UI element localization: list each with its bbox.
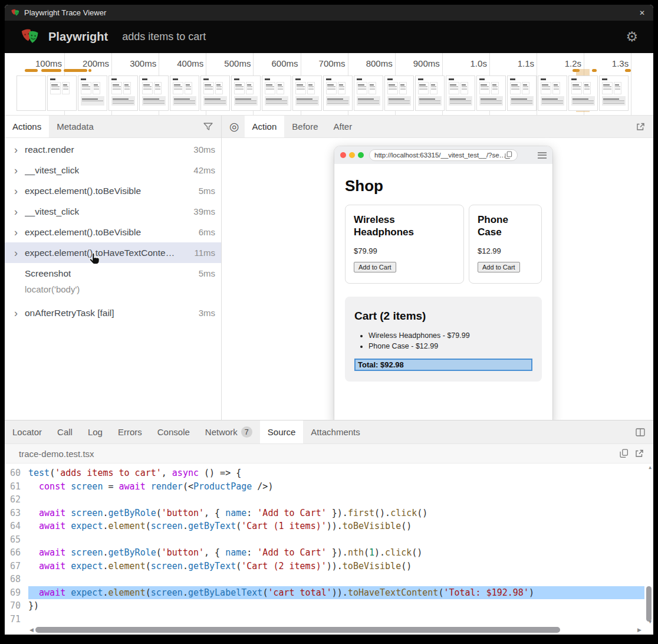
line-number: 60 (5, 466, 28, 480)
filmstrip-thumbnail[interactable] (538, 75, 567, 111)
timeline-duration-tick (592, 69, 597, 72)
code-line-69: 69 await expect.element(screen.getByLabe… (5, 586, 653, 600)
add-to-cart-button[interactable]: Add to Cart (354, 262, 396, 272)
filmstrip-thumbnail[interactable] (507, 75, 537, 111)
code-line-62: 62 (5, 493, 653, 507)
action-title: expect.element().toBeVisible (25, 186, 141, 196)
actions-tabstrip: ActionsMetadata (5, 116, 221, 138)
line-number: 70 (5, 599, 28, 613)
tab-action[interactable]: Action (245, 116, 285, 137)
line-number: 62 (5, 493, 28, 507)
details-panel: LocatorCallLogErrorsConsoleNetwork7Sourc… (5, 420, 653, 635)
titlebar: Playwright Trace Viewer ✕ (5, 5, 653, 21)
action-title: onAfterRetryTask [fail] (25, 308, 114, 318)
action-title: __vitest_click (25, 206, 79, 217)
tab-console[interactable]: Console (150, 420, 198, 443)
filmstrip-thumbnail[interactable] (78, 75, 107, 111)
tab-before[interactable]: Before (284, 116, 325, 137)
action-row-expect-element-tohavetextconte[interactable]: ›expect.element().toHaveTextConte…11ms (5, 242, 221, 263)
timeline-label: 1.0s (443, 58, 487, 68)
cart-total-highlighted: Total: $92.98 (354, 359, 532, 371)
filmstrip-thumbnail[interactable] (17, 75, 46, 111)
open-external-icon[interactable] (634, 449, 644, 458)
code-line-63: 63 await screen.getByRole('button', { na… (5, 507, 653, 520)
filmstrip-thumbnail[interactable] (108, 75, 138, 111)
scroll-left-icon[interactable]: ◀ (29, 627, 34, 633)
tab-action-label: Action (252, 121, 277, 132)
filmstrip-thumbnail[interactable] (262, 75, 291, 111)
product-price: $79.99 (354, 247, 455, 255)
action-row-vitest-click[interactable]: ›__vitest_click42ms (5, 160, 221, 180)
tab-errors[interactable]: Errors (110, 420, 150, 443)
action-row-expect-element-tobevisible[interactable]: ›expect.element().toBeVisible6ms (5, 222, 221, 242)
target-icon[interactable]: ◎ (229, 121, 239, 132)
code-line-70: 70}) (5, 599, 653, 613)
action-title: expect.element().toBeVisible (25, 227, 141, 238)
tab-actions[interactable]: Actions (5, 116, 49, 137)
filmstrip-thumbnail[interactable] (200, 75, 230, 111)
filmstrip-thumbnail[interactable] (568, 75, 598, 111)
product-list: Wireless Headphones$79.99Add to CartPhon… (345, 205, 542, 284)
filmstrip-thumbnail[interactable] (47, 75, 77, 111)
action-row-vitest-click[interactable]: ›__vitest_click39ms (5, 201, 221, 222)
filmstrip-thumbnail[interactable] (476, 75, 506, 111)
filmstrip-thumbnail[interactable] (292, 75, 322, 111)
line-number: 65 (5, 533, 28, 547)
code-line-66: 66 await screen.getByRole('button', { na… (5, 546, 653, 560)
tab-console-label: Console (157, 427, 190, 437)
filmstrip-thumbnail[interactable] (446, 75, 475, 111)
tab-call[interactable]: Call (50, 420, 80, 443)
vertical-scrollbar-thumb[interactable] (646, 586, 652, 622)
popout-icon[interactable] (636, 122, 645, 132)
filmstrip-thumbnail[interactable] (139, 75, 169, 111)
filter-icon[interactable] (203, 123, 213, 131)
scroll-right-icon[interactable]: ▶ (637, 627, 641, 633)
chevron-right-icon: › (14, 248, 24, 258)
traffic-light-green-icon (358, 152, 364, 158)
split-columns-icon[interactable] (636, 428, 645, 437)
chevron-right-icon: › (14, 227, 24, 238)
tab-attachments-label: Attachments (311, 427, 360, 437)
copy-icon[interactable] (620, 449, 629, 458)
product-card: Wireless Headphones$79.99Add to Cart (345, 205, 464, 284)
action-row-expect-element-tobevisible[interactable]: ›expect.element().toBeVisible5ms (5, 180, 221, 201)
chevron-right-icon: › (14, 308, 24, 318)
cart-section: Cart (2 items) Wireless Headphones - $79… (345, 297, 542, 382)
traffic-light-red-icon (340, 152, 346, 158)
tab-metadata-label: Metadata (57, 121, 94, 132)
tab-metadata[interactable]: Metadata (49, 116, 101, 137)
timeline[interactable]: 100ms200ms300ms400ms500ms600ms700ms800ms… (5, 53, 653, 116)
close-icon[interactable]: ✕ (637, 9, 647, 17)
tab-source[interactable]: Source (260, 420, 304, 443)
code-text (28, 493, 653, 507)
action-row-onafterretrytask-fail[interactable]: ›onAfterRetryTask [fail]3ms (5, 303, 221, 323)
tab-network[interactable]: Network7 (198, 420, 260, 443)
filmstrip-thumbnail[interactable] (231, 75, 261, 111)
tab-locator[interactable]: Locator (5, 420, 50, 443)
filmstrip-thumbnail[interactable] (599, 75, 629, 111)
action-title: expect.element().toHaveTextConte… (25, 248, 175, 258)
copy-icon[interactable] (505, 151, 512, 159)
scroll-down-icon[interactable]: ▼ (649, 619, 652, 625)
filmstrip-thumbnail[interactable] (323, 75, 353, 111)
vertical-scrollbar[interactable]: ▲ ▼ (644, 464, 653, 626)
action-row-screenshot[interactable]: Screenshot5ms (5, 263, 221, 284)
gear-icon[interactable]: ⚙ (626, 30, 638, 44)
tab-log[interactable]: Log (80, 420, 110, 443)
horizontal-scrollbar-thumb[interactable] (35, 627, 560, 633)
horizontal-scrollbar[interactable]: ◀ ▶ (5, 626, 653, 635)
filmstrip-thumbnail[interactable] (170, 75, 199, 111)
filmstrip-thumbnail[interactable] (354, 75, 383, 111)
scroll-up-icon[interactable]: ▲ (649, 465, 652, 470)
tab-after[interactable]: After (326, 116, 360, 137)
filmstrip-thumbnail[interactable] (384, 75, 414, 111)
action-row-react-render[interactable]: ›react.render30ms (5, 139, 221, 160)
tab-source-label: Source (268, 427, 296, 437)
add-to-cart-button[interactable]: Add to Cart (478, 262, 520, 272)
code-text (28, 573, 653, 586)
actions-panel: ActionsMetadata ›react.render30ms›__vite… (5, 116, 222, 420)
code-text: await expect.element(screen.getByText('C… (28, 560, 653, 573)
filmstrip-thumbnail[interactable] (415, 75, 445, 111)
menu-icon[interactable] (538, 152, 547, 159)
tab-attachments[interactable]: Attachments (303, 420, 367, 443)
